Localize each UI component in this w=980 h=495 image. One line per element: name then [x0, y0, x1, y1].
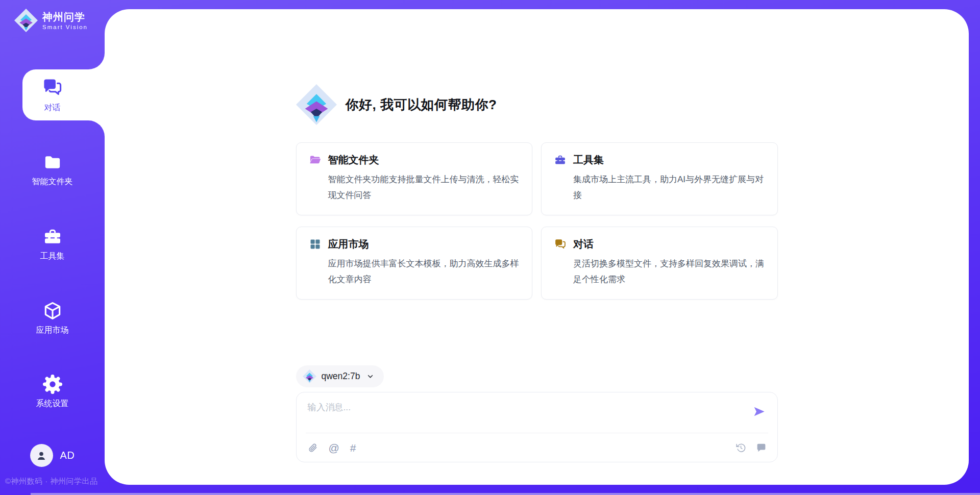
card-description: 智能文件夹功能支持批量文件上传与清洗，轻松实现文件问答 [328, 171, 520, 204]
tab-notch-bottom [88, 120, 105, 137]
attachment-icon[interactable] [307, 442, 318, 453]
send-icon [752, 405, 766, 418]
card-app-market[interactable]: 应用市场 应用市场提供丰富长文本模板，助力高效生成多样化文章内容 [296, 227, 533, 300]
model-name: qwen2:7b [322, 371, 360, 382]
send-button[interactable] [752, 405, 766, 418]
card-toolset[interactable]: 工具集 集成市场上主流工具，助力AI与外界无缝扩展与对接 [541, 142, 778, 215]
mention-icon[interactable]: @ [329, 442, 339, 453]
composer: qwen2:7b @ [296, 365, 778, 462]
sidebar-item-label: 对话 [44, 103, 61, 113]
brand-logo-icon [14, 8, 38, 33]
sidebar-item-chat[interactable]: 对话 [0, 69, 105, 120]
card-description: 应用市场提供丰富长文本模板，助力高效生成多样化文章内容 [328, 256, 520, 288]
copyright-text: ©神州数码 · 神州问学出品 [5, 477, 97, 486]
history-icon[interactable] [736, 442, 746, 453]
cube-icon [42, 301, 63, 321]
card-title: 智能文件夹 [328, 153, 379, 167]
topic-icon[interactable]: # [350, 442, 356, 453]
assistant-logo-icon [296, 84, 337, 125]
sidebar-item-label: 工具集 [40, 251, 65, 262]
tab-notch-top [88, 53, 105, 69]
card-title: 对话 [573, 237, 594, 251]
sidebar-item-toolset[interactable]: 工具集 [0, 221, 105, 266]
toolbox-icon [554, 154, 567, 166]
chevron-down-icon [366, 372, 375, 381]
folder-open-icon [309, 154, 322, 166]
card-description: 灵活切换多模型文件，支持多样回复效果调试，满足个性化需求 [573, 256, 765, 288]
gear-icon [42, 374, 63, 394]
greeting-text: 你好, 我可以如何帮助你? [346, 96, 497, 114]
chat-icon [554, 238, 567, 251]
active-tab-background [22, 69, 105, 120]
toolbox-icon [42, 227, 63, 247]
sidebar-item-settings[interactable]: 系统设置 [0, 369, 105, 414]
card-smart-folder[interactable]: 智能文件夹 智能文件夹功能支持批量文件上传与清洗，轻松实现文件问答 [296, 142, 533, 215]
person-icon [35, 449, 48, 462]
message-input[interactable] [297, 392, 777, 433]
message-input-box: @ # [296, 392, 778, 462]
model-logo-icon [303, 369, 316, 383]
user-name: AD [60, 450, 75, 461]
main-panel: 你好, 我可以如何帮助你? 智能文件夹 智能文件夹功能支持批量文件上传与清洗，轻… [105, 9, 969, 485]
user-account[interactable]: AD [0, 444, 105, 467]
folder-icon [42, 152, 63, 172]
feedback-bubble-icon[interactable] [756, 442, 767, 453]
brand-name: 神州问学 [42, 11, 88, 23]
sidebar-item-label: 智能文件夹 [32, 177, 73, 187]
chat-icon [41, 77, 63, 98]
brand-subtitle: Smart Vision [42, 24, 88, 30]
card-title: 应用市场 [328, 237, 369, 251]
card-chat[interactable]: 对话 灵活切换多模型文件，支持多样回复效果调试，满足个性化需求 [541, 227, 778, 300]
card-description: 集成市场上主流工具，助力AI与外界无缝扩展与对接 [573, 171, 765, 204]
brand: 神州问学 Smart Vision [14, 8, 88, 33]
feature-cards: 智能文件夹 智能文件夹功能支持批量文件上传与清洗，轻松实现文件问答 工具集 集成… [296, 142, 778, 300]
avatar [30, 444, 53, 467]
model-selector[interactable]: qwen2:7b [296, 365, 384, 387]
card-title: 工具集 [573, 153, 604, 167]
sidebar-item-app-market[interactable]: 应用市场 [0, 295, 105, 340]
grid-icon [309, 238, 322, 251]
greeting: 你好, 我可以如何帮助你? [296, 84, 497, 125]
sidebar-item-label: 系统设置 [36, 399, 69, 409]
sidebar-item-smart-folder[interactable]: 智能文件夹 [0, 147, 105, 192]
bottom-scrollbar[interactable] [31, 493, 980, 495]
sidebar-item-label: 应用市场 [36, 325, 69, 336]
sidebar: 神州问学 Smart Vision 对话 智能文件夹 工具集 应用市场 [0, 0, 105, 495]
